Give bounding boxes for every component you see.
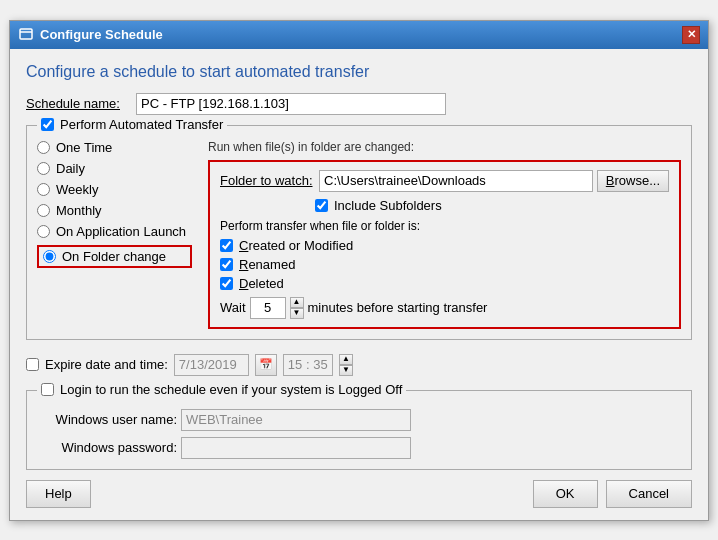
wait-down-button[interactable]: ▼ (290, 308, 304, 319)
password-label: Windows password: (37, 440, 177, 455)
radio-on-app-launch[interactable]: On Application Launch (37, 224, 192, 239)
created-modified-row: Created or Modified (220, 238, 669, 253)
perform-transfer-label: Perform transfer when file or folder is: (220, 219, 669, 233)
title-bar-left: Configure Schedule (18, 27, 163, 43)
expire-label: Expire date and time: (45, 357, 168, 372)
wait-input[interactable] (250, 297, 286, 319)
renamed-checkbox[interactable] (220, 258, 233, 271)
configure-schedule-window: Configure Schedule ✕ Configure a schedul… (9, 20, 709, 521)
password-row: Windows password: (37, 437, 681, 459)
browse-button[interactable]: Browse... (597, 170, 669, 192)
password-input (181, 437, 411, 459)
right-panel-title: Run when file(s) in folder are changed: (208, 140, 681, 154)
footer-row: Help OK Cancel (26, 480, 692, 508)
perform-section: Perform Automated Transfer One Time Dail… (26, 125, 692, 340)
radio-daily[interactable]: Daily (37, 161, 192, 176)
login-checkbox[interactable] (41, 383, 54, 396)
radio-list: One Time Daily Weekly Monthly (37, 140, 192, 329)
perform-section-legend: Perform Automated Transfer (37, 117, 227, 132)
right-buttons: OK Cancel (533, 480, 692, 508)
window-title: Configure Schedule (40, 27, 163, 42)
expire-row: Expire date and time: 📅 ▲ ▼ (26, 350, 692, 380)
expire-time-spinner: ▲ ▼ (339, 354, 353, 376)
svg-rect-0 (20, 29, 32, 39)
radio-on-folder-change[interactable]: On Folder change (43, 249, 166, 264)
expire-time-up-button: ▲ (339, 354, 353, 365)
page-title: Configure a schedule to start automated … (26, 63, 692, 81)
schedule-name-label: Schedule name: (26, 96, 136, 111)
include-subfolders-label: Include Subfolders (334, 198, 442, 213)
folder-label: Folder to watch: (220, 173, 315, 188)
folder-input[interactable] (319, 170, 593, 192)
deleted-checkbox[interactable] (220, 277, 233, 290)
expire-time-down-button: ▼ (339, 365, 353, 376)
help-button[interactable]: Help (26, 480, 91, 508)
schedule-name-row: Schedule name: (26, 93, 692, 115)
expire-date-input (174, 354, 249, 376)
username-row: Windows user name: (37, 409, 681, 431)
close-button[interactable]: ✕ (682, 26, 700, 44)
right-panel: Run when file(s) in folder are changed: … (208, 140, 681, 329)
perform-label: Perform Automated Transfer (60, 117, 223, 132)
cancel-button[interactable]: Cancel (606, 480, 692, 508)
radio-one-time[interactable]: One Time (37, 140, 192, 155)
wait-spinner: ▲ ▼ (290, 297, 304, 319)
created-modified-label: Created or Modified (239, 238, 353, 253)
window-body: Configure a schedule to start automated … (10, 49, 708, 520)
renamed-row: Renamed (220, 257, 669, 272)
created-modified-checkbox[interactable] (220, 239, 233, 252)
expire-checkbox[interactable] (26, 358, 39, 371)
login-fields: Windows user name: Windows password: (37, 409, 681, 459)
include-subfolders-row: Include Subfolders (315, 198, 669, 213)
wait-label: Wait (220, 300, 246, 315)
radio-monthly[interactable]: Monthly (37, 203, 192, 218)
schedule-name-input[interactable] (136, 93, 446, 115)
radio-weekly[interactable]: Weekly (37, 182, 192, 197)
title-bar: Configure Schedule ✕ (10, 21, 708, 49)
ok-button[interactable]: OK (533, 480, 598, 508)
content-area: One Time Daily Weekly Monthly (37, 140, 681, 329)
expire-calendar-button: 📅 (255, 354, 277, 376)
window-icon (18, 27, 34, 43)
deleted-row: Deleted (220, 276, 669, 291)
login-label: Login to run the schedule even if your s… (60, 382, 402, 397)
include-subfolders-checkbox[interactable] (315, 199, 328, 212)
wait-row: Wait ▲ ▼ minutes before starting transfe… (220, 297, 669, 319)
wait-suffix: minutes before starting transfer (308, 300, 488, 315)
deleted-label: Deleted (239, 276, 284, 291)
expire-time-input (283, 354, 333, 376)
renamed-label: Renamed (239, 257, 295, 272)
username-label: Windows user name: (37, 412, 177, 427)
perform-checkbox[interactable] (41, 118, 54, 131)
login-section-legend: Login to run the schedule even if your s… (37, 382, 406, 397)
wait-up-button[interactable]: ▲ (290, 297, 304, 308)
folder-watch-row: Folder to watch: Browse... (220, 170, 669, 192)
username-input (181, 409, 411, 431)
folder-watch-box: Folder to watch: Browse... Include Subfo… (208, 160, 681, 329)
radio-on-folder-change-box: On Folder change (37, 245, 192, 268)
login-section: Login to run the schedule even if your s… (26, 390, 692, 470)
